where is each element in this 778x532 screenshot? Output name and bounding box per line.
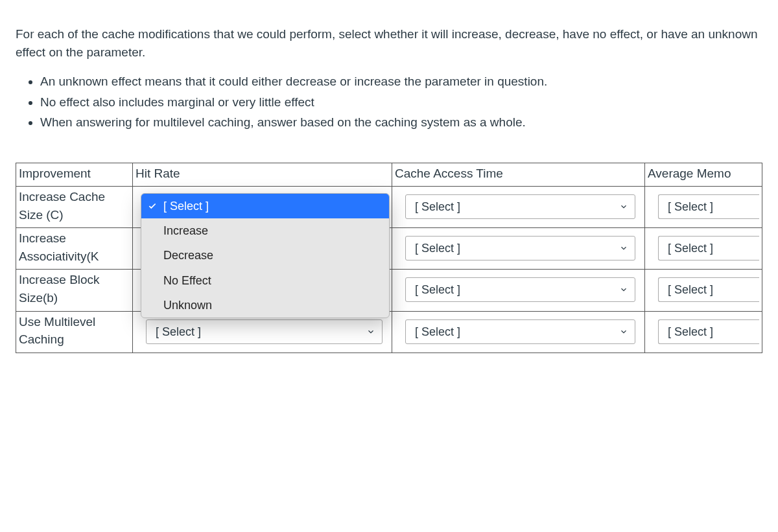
table-row: Increase Cache Size (C) [ Select ] [ Sel… [16,187,762,228]
question-intro: For each of the cache modifications that… [16,25,762,61]
select-value: [ Select ] [156,323,201,340]
chevron-down-icon [366,327,375,336]
select-value: [ Select ] [415,198,460,215]
dropdown-option-decrease[interactable]: Decrease [141,243,389,268]
select-value: [ Select ] [415,323,460,340]
dropdown-option-label: Unknown [163,299,212,312]
col-header-cache-access-time: Cache Access Time [392,163,645,187]
select-avg-memo-row3[interactable]: [ Select ] [658,319,759,344]
select-cache-access-row3[interactable]: [ Select ] [405,319,635,344]
table-header-row: Improvement Hit Rate Cache Access Time A… [16,163,762,187]
select-cache-access-row2[interactable]: [ Select ] [405,277,635,302]
select-value: [ Select ] [668,323,713,340]
select-value: [ Select ] [415,240,460,257]
note-item: No effect also includes marginal or very… [40,93,762,111]
select-cache-access-row0[interactable]: [ Select ] [405,194,635,219]
row-label: Use Multilevel Caching [16,311,133,353]
row-label: Increase Cache Size (C) [16,187,133,228]
col-header-improvement: Improvement [16,163,133,187]
dropdown-option-increase[interactable]: Increase [141,218,389,243]
select-value: [ Select ] [668,281,713,298]
col-header-hit-rate: Hit Rate [133,163,392,187]
select-value: [ Select ] [668,198,713,215]
dropdown-option-label: No Effect [163,274,211,287]
table-row: Use Multilevel Caching [ Select ] [ Sele… [16,311,762,353]
dropdown-option-label: [ Select ] [163,200,209,213]
select-avg-memo-row1[interactable]: [ Select ] [658,236,759,260]
chevron-down-icon [619,327,628,336]
note-item: An unknown effect means that it could ei… [40,73,762,91]
dropdown-menu: [ Select ] Increase Decrease No Effect U… [141,193,390,318]
row-label: Increase Associativity(K [16,228,133,270]
chevron-down-icon [619,202,628,211]
dropdown-option-label: Increase [163,224,208,237]
select-value: [ Select ] [415,281,460,298]
dropdown-option-select[interactable]: [ Select ] [141,194,389,218]
chevron-down-icon [619,244,628,253]
select-hit-rate-row3[interactable]: [ Select ] [146,319,383,344]
col-header-average-memo: Average Memo [645,163,762,187]
notes-list: An unknown effect means that it could ei… [16,73,762,132]
check-icon [148,202,157,211]
dropdown-option-unknown[interactable]: Unknown [141,293,389,318]
select-avg-memo-row0[interactable]: [ Select ] [658,194,759,219]
dropdown-option-label: Decrease [163,249,213,262]
select-avg-memo-row2[interactable]: [ Select ] [658,277,759,302]
note-item: When answering for multilevel caching, a… [40,113,762,132]
row-label: Increase Block Size(b) [16,270,133,311]
select-cache-access-row1[interactable]: [ Select ] [405,236,635,260]
effects-table: Improvement Hit Rate Cache Access Time A… [16,163,762,353]
chevron-down-icon [619,285,628,294]
select-value: [ Select ] [668,240,713,257]
dropdown-option-no-effect[interactable]: No Effect [141,268,389,293]
